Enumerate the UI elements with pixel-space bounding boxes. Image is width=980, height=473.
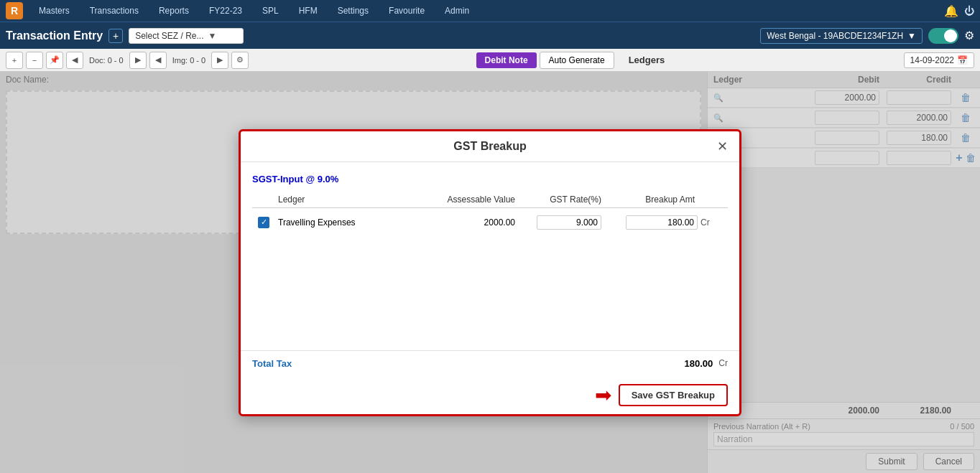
toggle-switch[interactable] xyxy=(928,28,958,44)
modal-assessable-value: 2000.00 xyxy=(420,217,521,228)
nav-transactions[interactable]: Transactions xyxy=(85,0,143,22)
state-label: West Bengal - 19ABCDE1234F1ZH xyxy=(767,31,903,41)
modal-close-button[interactable]: ✕ xyxy=(717,139,728,154)
col-ledger: Ledger xyxy=(278,195,420,205)
col-gst-rate: GST Rate(%) xyxy=(521,195,607,205)
main-area: Doc Name: Drop You may have to configure… xyxy=(0,72,980,473)
power-icon[interactable]: ⏻ xyxy=(964,5,974,17)
col-cr xyxy=(701,195,722,205)
prev-img-btn[interactable]: ◀ xyxy=(149,52,167,69)
modal-body: SGST-Input @ 9.0% Ledger Assessable Valu… xyxy=(241,162,739,350)
nav-favourite[interactable]: Favourite xyxy=(384,0,429,22)
next-doc-btn[interactable]: ▶ xyxy=(129,52,147,69)
arrow-right-icon: ➡ xyxy=(595,383,611,407)
ledger-checkbox-cell: ✓ xyxy=(258,217,278,228)
ledger-checkbox[interactable]: ✓ xyxy=(258,217,269,228)
top-navigation: R Masters Transactions Reports FY22-23 S… xyxy=(0,0,980,22)
breakup-amt-cell xyxy=(607,215,701,230)
nav-settings[interactable]: Settings xyxy=(333,0,373,22)
nav-hfm[interactable]: HFM xyxy=(295,0,322,22)
add-button[interactable]: + xyxy=(108,29,123,43)
col-breakup: Breakup Amt xyxy=(607,195,701,205)
gst-rate-input[interactable] xyxy=(537,215,601,230)
nav-masters[interactable]: Masters xyxy=(34,0,74,22)
add-toolbar-btn[interactable]: + xyxy=(6,52,23,69)
app-logo: R xyxy=(6,2,23,19)
state-selector[interactable]: West Bengal - 19ABCDE1234F1ZH ▼ xyxy=(760,28,923,44)
cr-label: Cr xyxy=(701,217,722,228)
modal-table-row: ✓ Travelling Expenses 2000.00 Cr xyxy=(252,211,728,234)
date-value: 14-09-2022 xyxy=(910,55,954,65)
nav-fy[interactable]: FY22-23 xyxy=(205,0,246,22)
gst-breakup-modal: GST Breakup ✕ SGST-Input @ 9.0% Ledger A… xyxy=(239,129,741,416)
save-gst-breakup-button[interactable]: Save GST Breakup xyxy=(619,384,728,406)
nav-admin[interactable]: Admin xyxy=(440,0,473,22)
total-tax-right: 180.00 Cr xyxy=(685,358,728,369)
total-tax-label: Total Tax xyxy=(252,358,292,369)
modal-table-header: Ledger Assessable Value GST Rate(%) Brea… xyxy=(252,192,728,208)
toggle-knob xyxy=(944,29,957,42)
debit-note-button[interactable]: Debit Note xyxy=(476,52,537,68)
col-checkbox xyxy=(258,195,278,205)
nav-reports[interactable]: Reports xyxy=(154,0,193,22)
total-tax-value: 180.00 xyxy=(685,358,713,369)
calendar-icon: 📅 xyxy=(957,55,968,65)
nav-spl[interactable]: SPL xyxy=(258,0,283,22)
notification-bell-icon[interactable]: 🔔 xyxy=(944,4,958,18)
col-assessable: Assessable Value xyxy=(420,195,521,205)
gst-rate-cell xyxy=(521,215,607,230)
date-display[interactable]: 14-09-2022 📅 xyxy=(904,52,974,68)
page-title: Transaction Entry xyxy=(6,29,103,42)
modal-title: GST Breakup xyxy=(453,140,526,153)
settings-toolbar-btn[interactable]: ⚙ xyxy=(231,52,249,69)
next-img-btn[interactable]: ▶ xyxy=(211,52,228,69)
doc-counter: Doc: 0 - 0 xyxy=(86,56,126,65)
second-bar: Transaction Entry + Select SEZ / Re... ▼… xyxy=(0,22,980,49)
modal-ledger-name: Travelling Expenses xyxy=(278,217,420,228)
modal-header: GST Breakup ✕ xyxy=(241,131,739,162)
remove-toolbar-btn[interactable]: − xyxy=(26,52,43,69)
modal-footer: Total Tax 180.00 Cr xyxy=(241,350,739,376)
save-breakup-area: ➡ Save GST Breakup xyxy=(241,376,739,414)
pin-toolbar-btn[interactable]: 📌 xyxy=(46,52,63,69)
modal-overlay: GST Breakup ✕ SGST-Input @ 9.0% Ledger A… xyxy=(0,72,980,473)
chevron-down-icon: ▼ xyxy=(907,31,916,41)
img-counter: Img: 0 - 0 xyxy=(170,56,208,65)
breakup-amt-input[interactable] xyxy=(626,215,698,230)
total-tax-cr: Cr xyxy=(718,358,728,368)
chevron-down-icon: ▼ xyxy=(208,31,217,41)
sgst-label: SGST-Input @ 9.0% xyxy=(252,174,728,184)
sez-label: Select SEZ / Re... xyxy=(135,31,203,41)
ledgers-label: Ledgers xyxy=(629,55,665,65)
settings-gear-icon[interactable]: ⚙ xyxy=(964,29,974,42)
toolbar: + − 📌 ◀ Doc: 0 - 0 ▶ ◀ Img: 0 - 0 ▶ ⚙ De… xyxy=(0,49,980,72)
sez-selector[interactable]: Select SEZ / Re... ▼ xyxy=(129,28,244,44)
auto-generate-button[interactable]: Auto Generate xyxy=(540,52,614,69)
prev-doc-btn[interactable]: ◀ xyxy=(66,52,83,69)
